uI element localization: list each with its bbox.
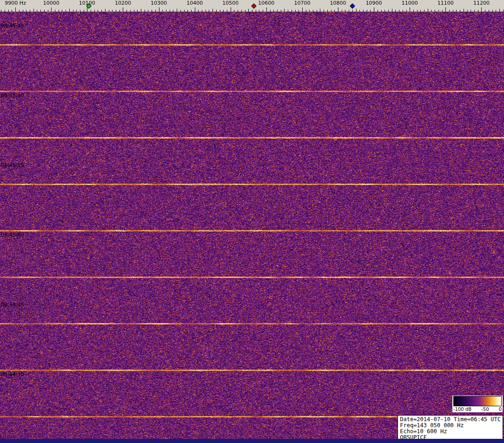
waterfall-spectrogram-canvas[interactable] <box>0 12 504 443</box>
colorbar-scale-labels: -100 dB -50 0 <box>453 406 502 412</box>
colorbar-max-label: 0 <box>499 407 502 412</box>
freq-tick-label: 10500 <box>222 0 239 6</box>
freq-tick-label: 9900 Hz <box>5 0 26 6</box>
freq-tick-label: 10600 <box>258 0 274 6</box>
colorbar-min-label: -100 dB <box>453 407 471 412</box>
freq-tick-label: 10400 <box>186 0 203 6</box>
frequency-ruler[interactable]: 9900 Hz100001010010200103001040010500106… <box>0 0 504 12</box>
freq-tick-label: 11000 <box>402 0 418 6</box>
freq-tick-label: 11100 <box>438 0 454 6</box>
colorbar-gradient <box>453 396 502 406</box>
freq-tick-label: 10700 <box>294 0 310 6</box>
freq-tick-label: 10000 <box>43 0 60 6</box>
waterfall-bottom-strip <box>0 439 504 443</box>
freq-tick-label: 10800 <box>330 0 346 6</box>
intensity-colorbar: -100 dB -50 0 <box>452 396 503 412</box>
observation-info-box: Date=2014-07-10 Time=06:45 UTC Freq=143 … <box>398 415 503 442</box>
freq-tick-label: 11200 <box>473 0 490 6</box>
freq-tick-label: 10200 <box>115 0 131 6</box>
freq-tick-label: 10300 <box>151 0 167 6</box>
colorbar-mid-label: -50 <box>481 407 489 412</box>
freq-tick-label: 10900 <box>366 0 382 6</box>
